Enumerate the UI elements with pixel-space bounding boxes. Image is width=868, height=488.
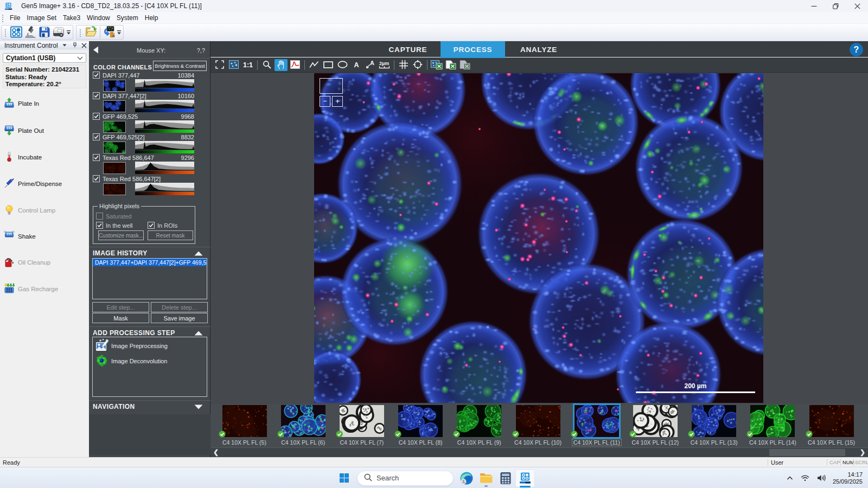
wifi-icon[interactable] [801,475,809,481]
collapse-up-icon[interactable] [194,331,203,336]
scroll-right-arrow[interactable]: ❯ [858,448,867,457]
scrollbar-thumb[interactable] [769,449,845,456]
ellipse-tool-button[interactable] [336,59,349,71]
channel-thumbnail[interactable] [103,80,126,92]
delete-step--button[interactable]: Delete step... [151,302,208,312]
channel-thumbnail[interactable] [103,142,126,153]
crosshair-button[interactable] [411,59,424,71]
grid-button[interactable] [397,59,410,71]
image-deconvolution-item[interactable]: Image Deconvolution [95,354,167,369]
channel-thumbnail[interactable] [103,100,126,112]
collapse-panel-icon[interactable] [93,46,99,54]
panel-menu-icon[interactable] [62,43,68,48]
prime-dispense-button[interactable]: Prime/Dispense [0,173,89,195]
channel-histogram[interactable] [135,120,194,133]
gas-recharge-button[interactable]: Gas Recharge [0,278,89,300]
thumbnail-image[interactable] [750,405,795,437]
highlight-in-rois-checkbox[interactable]: In ROIs [148,222,177,229]
customize-mask-button[interactable]: Customize mask... [98,230,144,240]
channel-thumbnail[interactable] [103,121,126,133]
file-explorer-icon[interactable] [477,470,495,487]
rectangle-tool-button[interactable] [322,59,335,71]
pin-icon[interactable] [71,42,78,48]
zoom-1-1-button[interactable]: 1:1 [241,59,254,71]
channel-thumbnail[interactable] [103,162,126,174]
taskbar-search[interactable]: Search [357,471,454,486]
open-folder-button[interactable] [84,25,98,40]
shake-button[interactable]: Shake [0,226,89,247]
channel-thumbnail[interactable] [103,183,126,195]
menu-help[interactable]: Help [142,12,162,24]
export-image-excel-button[interactable] [430,59,443,71]
thumbnail-image[interactable] [398,405,443,437]
channel-histogram[interactable] [135,162,194,174]
thumbnail-image[interactable] [457,405,501,437]
save-image-button[interactable]: Save image [151,313,208,323]
channel-checkbox[interactable] [93,92,100,100]
control-lamp-button[interactable]: Control Lamp [0,200,89,221]
export-disabled-button[interactable] [458,59,471,71]
scale-tool-button[interactable]: 2µm [378,59,391,71]
channel-histogram[interactable] [135,183,194,195]
calculator-app-icon[interactable] [496,470,515,487]
thumbnail-scrollbar[interactable]: ❮ ❯ [210,447,868,457]
save-button[interactable] [37,25,52,40]
tab-analyze[interactable]: ANALYZE [506,41,571,57]
channel-histogram[interactable] [135,100,194,112]
restore-button[interactable] [825,0,846,12]
thumbnail-image[interactable] [692,405,736,437]
thumbnail-image[interactable] [809,405,854,437]
channel-checkbox[interactable] [93,154,100,162]
tab-process[interactable]: PROCESS [441,41,505,58]
oil-cleanup-button[interactable]: Oil Cleanup [0,252,89,273]
menu-file[interactable]: File [7,12,23,24]
pan-button[interactable] [275,59,288,71]
plate-in-button[interactable]: Plate In [0,93,89,114]
gen5-taskbar-icon[interactable] [516,470,534,487]
plate-out-button[interactable]: Plate Out [0,120,89,142]
tab-capture[interactable]: CAPTURE [375,41,441,57]
image-history-item[interactable]: DAPI 377,447+DAPI 377,447[2]+GFP 469,525… [93,259,207,266]
menu-system[interactable]: System [113,12,142,24]
export-data-excel-button[interactable] [444,59,457,71]
collapse-up-icon[interactable] [194,251,203,256]
start-button[interactable] [335,470,353,487]
minimize-button[interactable] [803,0,825,12]
highlight-saturated-checkbox[interactable]: Saturated [96,213,132,220]
incubate-button[interactable]: Incubate [0,146,89,168]
image-preprocessing-item[interactable]: Image Preprocessing [95,338,168,354]
scroll-left-arrow[interactable]: ❮ [212,448,220,457]
arrow-annotation-button[interactable]: A [364,59,377,71]
channel-histogram[interactable] [135,141,194,153]
channel-checkbox[interactable] [93,175,100,183]
image-history-list[interactable]: DAPI 377,447+DAPI 377,447[2]+GFP 469,525… [92,258,207,299]
text-annotation-button[interactable]: A [350,59,363,71]
mask-button[interactable]: Mask [92,313,149,323]
thumbnail-image[interactable] [281,405,326,437]
tray-chevron-up-icon[interactable] [787,476,793,480]
expand-down-icon[interactable] [194,404,203,409]
channel-checkbox[interactable] [93,133,100,142]
microscopy-image[interactable]: − + 200 µm [314,73,763,403]
polyline-tool-button[interactable] [308,59,321,71]
instrument-select[interactable]: Cytation1 (USB) [3,53,86,63]
volume-icon[interactable] [817,474,826,481]
reset-mask-button[interactable]: Reset mask [148,230,193,240]
select-image-button[interactable] [227,59,240,71]
toolbar-overflow-icon[interactable] [116,25,122,40]
thumbnail-image[interactable] [222,405,267,437]
help-button[interactable]: ? [850,43,863,56]
thumbnail-image[interactable] [340,405,384,437]
reader-settings-button[interactable] [52,25,66,40]
roi-overlay-box[interactable] [320,78,343,94]
menu-take3[interactable]: Take3 [60,12,84,24]
taskbar-clock[interactable]: 14:1725/09/2025 [833,471,863,485]
zoom-out-button[interactable]: − [320,96,330,107]
highlight-in-the-well-checkbox[interactable]: In the well [96,222,133,229]
microscope-button[interactable] [23,25,37,40]
edge-browser-icon[interactable] [457,470,476,487]
panel-close-icon[interactable] [81,43,87,48]
channel-checkbox[interactable] [93,72,100,80]
plate-button[interactable] [9,25,23,40]
export-reader-button[interactable] [102,25,116,40]
